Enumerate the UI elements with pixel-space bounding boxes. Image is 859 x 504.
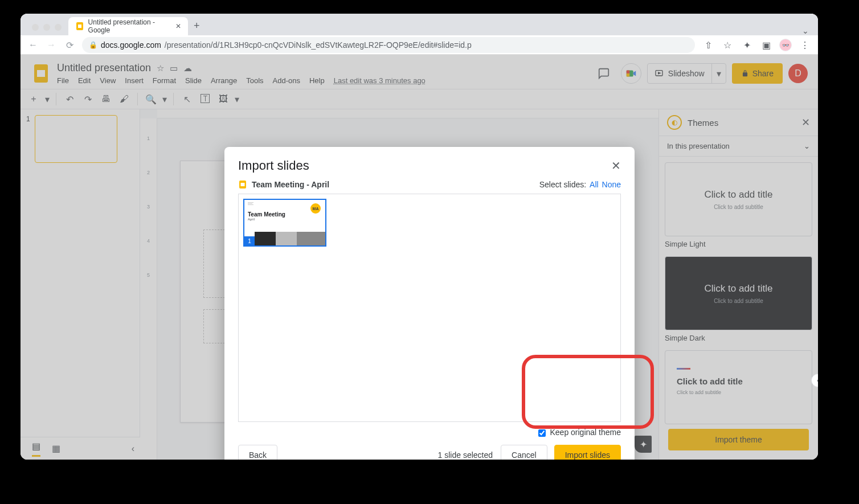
keep-theme-label[interactable]: Keep original theme (538, 428, 621, 437)
comments-icon[interactable] (592, 62, 615, 85)
filmstrip: 1 (21, 109, 140, 460)
slide-thumb-1[interactable]: 1 (26, 115, 134, 163)
cancel-button[interactable]: Cancel (501, 445, 547, 460)
traffic-close-icon[interactable] (32, 24, 39, 31)
paint-format-button[interactable]: 🖌 (116, 91, 133, 108)
thumb-image (255, 232, 325, 245)
menu-format[interactable]: Format (153, 76, 176, 85)
sidepanel-icon[interactable]: ▣ (760, 40, 772, 51)
menu-addons[interactable]: Add-ons (273, 76, 300, 85)
theme-card-simple-dark[interactable]: Click to add title Click to add subtitle (665, 256, 812, 330)
collapse-filmstrip-icon[interactable]: ‹ (132, 444, 134, 454)
keep-theme-text: Keep original theme (550, 428, 621, 437)
filmstrip-footer: ▤ ▦ ‹ (21, 437, 140, 460)
browser-tab[interactable]: Untitled presentation - Google ✕ (68, 17, 188, 35)
themes-section-header[interactable]: In this presentation ⌄ (659, 136, 818, 157)
slideshow-dropdown-icon[interactable]: ▾ (712, 68, 726, 79)
import-theme-button[interactable]: Import theme (668, 429, 809, 450)
zoom-button[interactable]: 🔍 (142, 91, 159, 108)
select-all-link[interactable]: All (590, 180, 599, 189)
chevron-down-icon: ⌄ (804, 142, 810, 150)
menu-view[interactable]: View (100, 76, 116, 85)
share-button[interactable]: Share (732, 63, 783, 84)
slides-logo-icon[interactable] (30, 62, 52, 85)
theme-label: Simple Light (665, 240, 812, 248)
image-menu-icon[interactable]: ▾ (233, 91, 241, 108)
keep-theme-checkbox[interactable] (538, 429, 546, 437)
themes-close-icon[interactable]: ✕ (801, 116, 810, 129)
meet-icon[interactable] (621, 63, 641, 84)
ruler-tick: 5 (147, 272, 150, 278)
traffic-max-icon[interactable] (55, 24, 62, 31)
toolbar: +▾ ↶ ↷ 🖶 🖌 🔍▾ ↖ 🅃 🖼▾ (21, 89, 818, 109)
modal-slide-grid: MA Team Meeting April 1 (238, 194, 621, 422)
back-button[interactable]: Back (238, 445, 277, 460)
menu-edit[interactable]: Edit (78, 76, 91, 85)
slides-favicon-icon (75, 22, 84, 31)
menu-slide[interactable]: Slide (185, 76, 202, 85)
traffic-lights (25, 17, 68, 35)
account-initial: D (795, 68, 801, 79)
theme-title: Click to add title (677, 376, 743, 386)
image-tool[interactable]: 🖼 (215, 91, 232, 108)
undo-button[interactable]: ↶ (61, 91, 78, 108)
theme-title: Click to add title (705, 189, 773, 200)
share-label: Share (752, 69, 774, 78)
new-tab-button[interactable]: + (188, 17, 206, 35)
traffic-min-icon[interactable] (43, 24, 50, 31)
redo-button[interactable]: ↷ (79, 91, 96, 108)
ruler-horizontal (157, 109, 658, 118)
ruler-tick: 2 (147, 170, 150, 175)
tabs-chevron-icon[interactable]: ⌄ (802, 26, 809, 35)
bookmark-icon[interactable]: ☆ (721, 40, 734, 51)
back-label: Back (249, 450, 267, 460)
ruler-vertical: 1 2 3 4 5 (140, 118, 157, 460)
menu-tools[interactable]: Tools (246, 76, 263, 85)
tab-close-icon[interactable]: ✕ (175, 22, 181, 30)
svg-rect-5 (627, 71, 630, 74)
new-slide-menu-icon[interactable]: ▾ (43, 91, 51, 108)
import-slides-modal: Import slides ✕ Team Meeting - April Sel… (224, 147, 635, 460)
nav-reload-icon[interactable]: ⟳ (64, 40, 75, 51)
import-slides-button[interactable]: Import slides (554, 445, 621, 460)
menu-arrange[interactable]: Arrange (211, 76, 237, 85)
import-slide-thumb-1[interactable]: MA Team Meeting April 1 (243, 199, 326, 247)
filmstrip-view-icon[interactable]: ▤ (32, 441, 40, 457)
kebab-menu-icon[interactable]: ⋮ (799, 40, 811, 51)
url-input[interactable]: 🔒 docs.google.com/presentation/d/1RL3H9c… (82, 37, 695, 53)
menu-file[interactable]: File (57, 76, 69, 85)
menu-help[interactable]: Help (309, 76, 325, 85)
explore-button[interactable]: ✦ (635, 436, 652, 453)
theme-card-streamline[interactable]: Click to add title Click to add subtitle (665, 350, 812, 424)
menu-bar: File Edit View Insert Format Slide Arran… (57, 76, 426, 85)
textbox-tool[interactable]: 🅃 (197, 91, 214, 108)
menu-insert[interactable]: Insert (125, 76, 144, 85)
theme-card-simple-light[interactable]: Click to add title Click to add subtitle (665, 162, 812, 236)
nav-back-icon[interactable]: ← (27, 40, 39, 50)
ruler-tick: 4 (147, 238, 150, 244)
star-icon[interactable]: ☆ (157, 63, 164, 73)
extensions-icon[interactable]: ✦ (741, 40, 753, 51)
doc-title[interactable]: Untitled presentation (57, 62, 151, 74)
share-url-icon[interactable]: ⇧ (702, 40, 714, 51)
zoom-menu-icon[interactable]: ▾ (161, 91, 169, 108)
modal-footer: Back 1 slide selected Cancel Import slid… (224, 437, 635, 460)
browser-chrome: Untitled presentation - Google ✕ + ⌄ ← →… (21, 14, 818, 55)
theme-title: Click to add title (705, 283, 773, 294)
select-none-link[interactable]: None (602, 180, 621, 189)
grid-view-icon[interactable]: ▦ (52, 443, 60, 454)
move-icon[interactable]: ▭ (170, 63, 178, 73)
themes-title: Themes (688, 118, 796, 128)
new-slide-button[interactable]: + (25, 91, 42, 108)
last-edit-label[interactable]: Last edit was 3 minutes ago (334, 76, 426, 85)
modal-close-icon[interactable]: ✕ (611, 159, 621, 173)
slideshow-button[interactable]: Slideshow ▾ (647, 63, 726, 84)
account-avatar[interactable]: D (788, 64, 808, 83)
select-tool[interactable]: ↖ (178, 91, 195, 108)
profile-avatar-icon[interactable]: 👓 (779, 39, 792, 51)
print-button[interactable]: 🖶 (97, 91, 114, 108)
slide-thumb-num: 1 (26, 115, 30, 163)
nav-forward-icon[interactable]: → (46, 40, 57, 50)
cloud-status-icon[interactable]: ☁ (183, 63, 192, 73)
theme-label: Simple Dark (665, 334, 812, 342)
